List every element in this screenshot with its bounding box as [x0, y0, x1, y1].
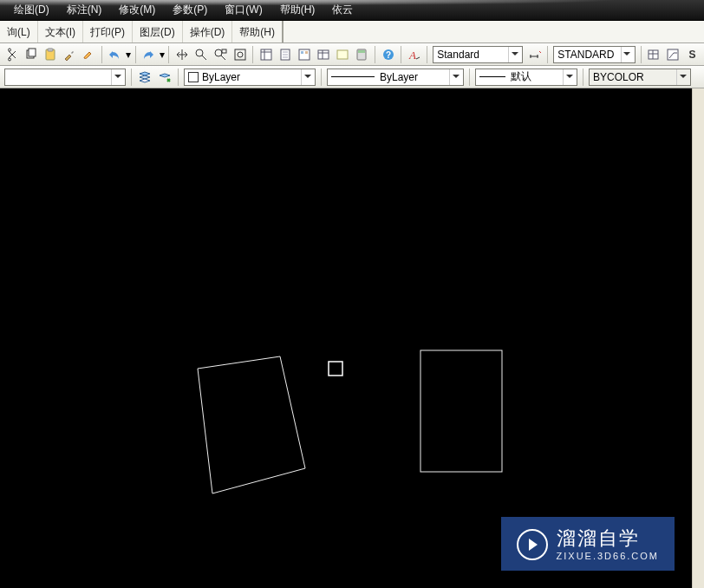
pan-icon[interactable] [173, 45, 191, 64]
chevron-down-icon[interactable] [621, 47, 633, 62]
toolbar-2: ByLayer ByLayer 默认 BYCOLOR [0, 66, 704, 88]
svg-rect-11 [299, 49, 310, 60]
watermark-title: 溜溜自学 [557, 527, 659, 550]
undo-icon[interactable] [106, 45, 124, 64]
svg-rect-1 [29, 49, 36, 56]
tab-action[interactable]: 操作(D) [183, 21, 233, 42]
text-style-dropdown[interactable]: Standard [433, 46, 523, 63]
layer-dropdown[interactable] [4, 69, 126, 86]
plotstyle-value: BYCOLOR [593, 71, 676, 83]
table-style-icon[interactable] [644, 45, 662, 64]
linetype-dropdown[interactable]: ByLayer [327, 69, 464, 86]
color-value: ByLayer [202, 71, 301, 83]
design-center-icon[interactable] [315, 45, 333, 64]
chevron-down-icon[interactable] [111, 69, 123, 85]
dim-style-dropdown[interactable]: STANDARD [553, 46, 635, 63]
chevron-down-icon[interactable] [563, 69, 575, 85]
menu-help[interactable]: 帮助(H) [271, 0, 324, 21]
s-icon[interactable]: S [683, 45, 701, 64]
layer-previous-icon[interactable] [155, 68, 174, 87]
pickbox-cursor [329, 362, 342, 376]
shape-rect-left [198, 356, 305, 493]
help-icon[interactable]: ? [379, 45, 397, 64]
svg-rect-12 [301, 51, 303, 54]
svg-point-8 [238, 52, 243, 57]
submenu: 询(L) 文本(I) 打印(P) 图层(D) 操作(D) 帮助(H) [0, 21, 704, 43]
dim-style-value: STANDARD [557, 49, 620, 61]
undo-dropdown-icon[interactable]: ▾ [125, 49, 132, 61]
svg-rect-15 [337, 50, 348, 59]
play-logo-icon [517, 529, 548, 560]
calc-icon[interactable] [353, 45, 371, 64]
paste-icon[interactable] [41, 45, 59, 64]
svg-point-4 [196, 49, 203, 56]
redo-dropdown-icon[interactable]: ▾ [159, 49, 166, 61]
menu-yiyun[interactable]: 依云 [323, 0, 362, 21]
menu-draw[interactable]: 绘图(D) [5, 0, 58, 21]
color-dropdown[interactable]: ByLayer [184, 69, 316, 86]
menubar: 绘图(D) 标注(N) 修改(M) 参数(P) 窗口(W) 帮助(H) 依云 [0, 0, 704, 21]
svg-rect-6 [222, 49, 226, 53]
zoom-window-icon[interactable] [231, 45, 249, 64]
text-style-icon[interactable]: A [405, 45, 423, 64]
lineweight-icon [479, 76, 505, 77]
text-style-value: Standard [437, 49, 508, 61]
tab-print[interactable]: 打印(P) [83, 21, 133, 42]
multileader-icon[interactable] [664, 45, 682, 64]
svg-rect-7 [235, 49, 245, 60]
zoom-extents-icon[interactable] [212, 45, 230, 64]
cut-icon[interactable] [3, 45, 21, 64]
properties-icon[interactable] [257, 45, 275, 64]
chevron-down-icon[interactable] [449, 69, 461, 85]
tab-layer[interactable]: 图层(D) [133, 21, 183, 42]
copy-icon[interactable] [22, 45, 40, 64]
menu-param[interactable]: 参数(P) [164, 0, 216, 21]
svg-rect-17 [358, 50, 365, 53]
svg-text:?: ? [386, 50, 391, 60]
svg-point-5 [215, 49, 222, 56]
svg-rect-3 [48, 49, 53, 51]
chevron-down-icon[interactable] [301, 69, 313, 85]
dim-style-icon[interactable] [525, 45, 544, 64]
lineweight-value: 默认 [511, 69, 563, 84]
menu-window[interactable]: 窗口(W) [216, 0, 271, 21]
markup-icon[interactable] [334, 45, 352, 64]
drawing-svg [0, 88, 692, 588]
tool-palette-icon[interactable] [295, 45, 313, 64]
plotstyle-dropdown[interactable]: BYCOLOR [589, 69, 691, 86]
zoom-icon[interactable] [192, 45, 211, 64]
tab-inquiry[interactable]: 询(L) [0, 21, 38, 42]
drawing-canvas[interactable]: 溜溜自学 ZIXUE.3D66.COM [0, 88, 704, 588]
toolbar-1: ▾ ▾ ? A Standard STANDARD S [0, 43, 704, 66]
svg-rect-13 [305, 51, 308, 54]
chevron-down-icon[interactable] [508, 47, 520, 62]
svg-rect-22 [668, 49, 678, 60]
svg-rect-9 [261, 49, 271, 60]
chevron-down-icon[interactable] [676, 69, 688, 85]
sheetset-icon[interactable] [276, 45, 294, 64]
color-swatch-icon [188, 72, 199, 82]
lineweight-dropdown[interactable]: 默认 [475, 69, 577, 86]
tab-text[interactable]: 文本(I) [38, 21, 83, 42]
tab-help[interactable]: 帮助(H) [232, 21, 284, 42]
vertical-scrollbar[interactable] [692, 88, 704, 588]
watermark: 溜溜自学 ZIXUE.3D66.COM [501, 517, 675, 571]
linetype-value: ByLayer [380, 71, 449, 83]
brush-icon[interactable] [80, 45, 98, 64]
menu-modify[interactable]: 修改(M) [110, 0, 164, 21]
match-prop-icon[interactable] [61, 45, 79, 64]
shape-rect-right [420, 350, 502, 472]
menu-annotate[interactable]: 标注(N) [58, 0, 111, 21]
redo-icon[interactable] [140, 45, 158, 64]
svg-text:A: A [408, 49, 416, 62]
svg-rect-14 [318, 50, 329, 59]
linetype-icon [331, 76, 375, 77]
layer-states-icon[interactable] [135, 68, 154, 87]
watermark-url: ZIXUE.3D66.COM [557, 551, 659, 562]
